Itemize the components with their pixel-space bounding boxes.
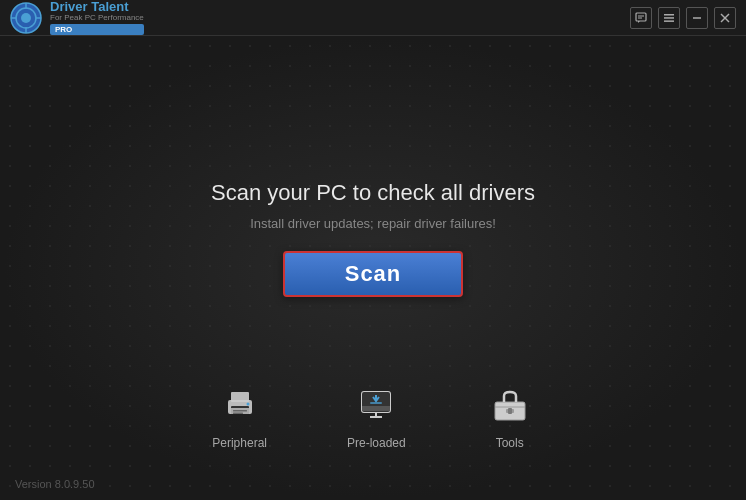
window-controls	[630, 7, 736, 29]
scan-button[interactable]: Scan	[283, 251, 463, 297]
main-content: Scan your PC to check all drivers Instal…	[0, 36, 746, 500]
preloaded-item[interactable]: Pre-loaded	[347, 380, 406, 450]
peripheral-item[interactable]: Peripheral	[212, 380, 267, 450]
preloaded-label: Pre-loaded	[347, 436, 406, 450]
title-bar: Driver Talent For Peak PC Performance PR…	[0, 0, 746, 36]
svg-rect-22	[233, 413, 243, 415]
peripheral-label: Peripheral	[212, 436, 267, 450]
version-text: Version 8.0.9.50	[15, 478, 95, 490]
center-section: Scan your PC to check all drivers Instal…	[211, 180, 535, 297]
main-heading: Scan your PC to check all drivers	[211, 180, 535, 206]
svg-rect-25	[362, 406, 390, 411]
svg-rect-18	[231, 392, 249, 402]
menu-icon	[663, 12, 675, 24]
minimize-icon	[691, 12, 703, 24]
logo-text: Driver Talent For Peak PC Performance PR…	[50, 0, 144, 35]
tools-item[interactable]: Tools	[486, 380, 534, 450]
tools-icon	[490, 384, 530, 424]
svg-rect-7	[636, 13, 646, 21]
menu-button[interactable]	[658, 7, 680, 29]
svg-rect-10	[664, 14, 674, 16]
chat-button[interactable]	[630, 7, 652, 29]
app-name: Driver Talent	[50, 0, 144, 14]
minimize-button[interactable]	[686, 7, 708, 29]
preloaded-icon	[356, 384, 396, 424]
svg-rect-21	[233, 410, 247, 412]
chat-icon	[635, 12, 647, 24]
svg-point-20	[246, 403, 249, 406]
close-button[interactable]	[714, 7, 736, 29]
peripheral-icon	[220, 384, 260, 424]
preloaded-icon-box	[352, 380, 400, 428]
svg-rect-12	[664, 20, 674, 22]
logo-icon	[10, 2, 42, 34]
tools-label: Tools	[496, 436, 524, 450]
bottom-icons: Peripheral Pre-loaded	[0, 380, 746, 450]
pro-badge: PRO	[50, 24, 144, 35]
svg-rect-29	[370, 402, 382, 404]
svg-rect-11	[664, 17, 674, 19]
app-subtitle: For Peak PC Performance	[50, 14, 144, 23]
svg-point-2	[21, 13, 31, 23]
tools-icon-box	[486, 380, 534, 428]
main-subheading: Install driver updates; repair driver fa…	[250, 216, 496, 231]
svg-rect-33	[508, 408, 512, 414]
app-logo: Driver Talent For Peak PC Performance PR…	[10, 0, 144, 35]
close-icon	[719, 12, 731, 24]
peripheral-icon-box	[216, 380, 264, 428]
